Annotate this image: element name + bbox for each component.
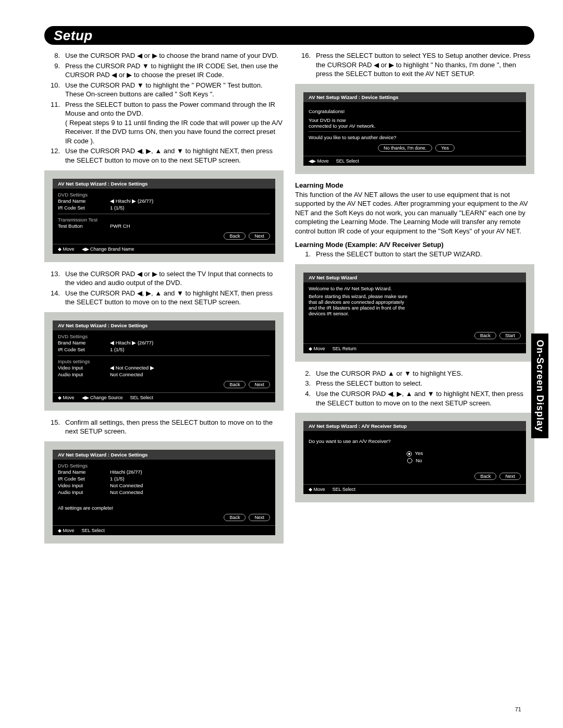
step-list: 13.Use the CURSOR PAD ◀ or ▶ to select t…: [44, 269, 284, 307]
section-title-bar: Setup: [44, 26, 534, 45]
tv-screenshot-6: AV Net Setup Wizard : A/V Receiver Setup…: [295, 413, 534, 502]
step-list: 8.Use the CURSOR PAD ◀ or ▶ to choose th…: [44, 51, 284, 165]
left-column: 8.Use the CURSOR PAD ◀ or ▶ to choose th…: [44, 51, 284, 551]
subheading-learning-mode: Learning Mode: [295, 181, 534, 189]
manual-page: Setup 8.Use the CURSOR PAD ◀ or ▶ to cho…: [0, 0, 563, 728]
tv-screenshot-2: AV Net Setup Wizard : Device Settings DV…: [44, 312, 284, 411]
subheading-example: Learning Mode (Example: A/V Receiver Set…: [295, 241, 534, 249]
paragraph: This function of the AV NET allows the u…: [295, 190, 534, 236]
tv-screenshot-1: AV Net Setup Wizard : Device Settings DV…: [44, 170, 284, 262]
side-tab: On-Screen Display: [531, 334, 548, 438]
radio-selected-icon: [407, 451, 412, 456]
section-title: Setup: [54, 28, 93, 44]
tv-screenshot-5: AV Net Setup Wizard Welcome to the AV Ne…: [295, 264, 534, 362]
radio-icon: [407, 458, 412, 463]
step-list: 1.Press the SELECT button to start the S…: [295, 250, 534, 259]
step-list: 2.Use the CURSOR PAD ▲ or ▼ to highlight…: [295, 369, 534, 408]
right-column: 16.Press the SELECT button to select YES…: [295, 51, 534, 551]
two-column-layout: 8.Use the CURSOR PAD ◀ or ▶ to choose th…: [44, 51, 534, 551]
tv-screenshot-3: AV Net Setup Wizard : Device Settings DV…: [44, 441, 284, 544]
step-list: 15.Confirm all settings, then press the …: [44, 418, 284, 436]
step-list: 16.Press the SELECT button to select YES…: [295, 51, 534, 79]
tv-screenshot-4: AV Net Setup Wizard : Device Settings Co…: [295, 84, 534, 174]
page-number: 71: [515, 706, 521, 712]
